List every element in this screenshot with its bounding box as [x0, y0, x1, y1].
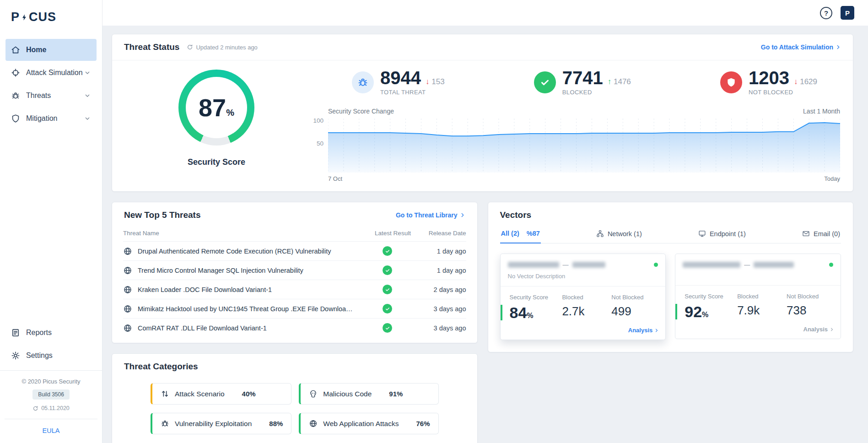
web-attack-icon	[123, 247, 132, 256]
question-mark-icon: ?	[824, 9, 828, 17]
card-title: New Top 5 Threats	[124, 210, 201, 220]
tab-endpoint[interactable]: Endpoint (1)	[697, 228, 747, 243]
threat-status-card: Threat Status Updated 2 minutes ago Go t…	[112, 34, 853, 192]
sidebar-item-label: Home	[26, 46, 46, 54]
check-circle-icon	[383, 285, 392, 294]
vector-card[interactable]: — Security Score	[675, 254, 841, 339]
malicious-code-icon	[123, 304, 132, 313]
avatar[interactable]: P	[841, 6, 854, 20]
not-blocked-value: 738	[787, 304, 836, 318]
refresh-icon	[187, 44, 193, 50]
chart-title: Security Score Change	[328, 108, 394, 115]
security-score-value: 87	[199, 93, 226, 122]
column-header-threat-name: Threat Name	[123, 230, 367, 237]
vector-card[interactable]: — No Vector Description Security Score	[500, 254, 666, 340]
tab-all[interactable]: All (2) %87	[500, 228, 541, 243]
chevron-down-icon[interactable]	[84, 115, 91, 122]
arrow-down-icon: ↓	[794, 77, 798, 86]
vector-stats: Security Score 92% Blocked 7.9k	[675, 286, 841, 323]
sidebar-item-settings[interactable]: Settings	[5, 345, 97, 367]
bug-icon	[352, 71, 374, 93]
tab-network[interactable]: Network (1)	[595, 228, 643, 243]
table-row[interactable]: Drupal Authenticated Remote Code Executi…	[123, 242, 466, 261]
release-date: 1 day ago	[419, 267, 466, 274]
sidebar-footer: © 2020 Picus Security Build 3506 05.11.2…	[0, 370, 102, 443]
picus-logo[interactable]: P CUS	[0, 0, 102, 32]
gear-icon	[11, 351, 20, 360]
go-to-attack-simulation-link[interactable]: Go to Attack Simulation	[761, 43, 841, 51]
security-score-chart: Security Score Change Last 1 Month 100 5…	[308, 108, 840, 182]
build-badge: Build 3506	[32, 389, 70, 400]
stat-not-blocked: 1203 ↓ 1629 NOT BLOCKED	[720, 69, 817, 96]
redacted-vector-name	[683, 262, 740, 268]
not-blocked-label: Not Blocked	[787, 293, 836, 300]
category-malicious-code[interactable]: Malicious Code 91%	[299, 383, 438, 405]
latest-result-cell	[362, 246, 413, 256]
table-row[interactable]: Mimikatz Hacktool used by UNC1945 Threat…	[123, 299, 466, 319]
chevron-down-icon[interactable]	[84, 92, 91, 99]
malicious-code-icon	[123, 285, 132, 294]
analysis-link[interactable]: Analysis	[628, 327, 659, 334]
table-row[interactable]: Kraken Loader .DOC File Download Variant…	[123, 280, 466, 299]
sidebar-item-label: Mitigation	[26, 114, 57, 123]
vectors-header: Vectors	[488, 202, 853, 228]
chevron-right-icon	[460, 212, 465, 218]
table-row[interactable]: Trend Micro Control Manager SQL Injectio…	[123, 261, 466, 280]
eula-link[interactable]: EULA	[43, 427, 60, 434]
tab-email[interactable]: Email (0)	[801, 228, 841, 243]
bug-icon	[11, 91, 20, 100]
vector-title: —	[675, 254, 841, 268]
copyright-text: © 2020 Picus Security	[5, 378, 97, 385]
skull-icon	[309, 389, 318, 398]
category-vulnerability-exploitation[interactable]: Vulnerability Exploitation 88%	[151, 413, 291, 434]
card-title: Vectors	[500, 210, 532, 220]
vectors-card: Vectors All (2) %87 Network (1)	[488, 202, 854, 352]
sidebar: P CUS Home Attack Simulation Threats Mit…	[0, 0, 102, 443]
help-button[interactable]: ?	[820, 7, 832, 19]
chevron-down-icon[interactable]	[84, 69, 91, 76]
vector-title: —	[501, 254, 666, 268]
release-date: 3 days ago	[419, 324, 466, 332]
column-header-release-date: Release Date	[419, 230, 466, 237]
refresh-icon	[32, 405, 38, 411]
top-threats-header: New Top 5 Threats Go to Threat Library	[112, 202, 477, 228]
security-score-value: 84%	[501, 305, 562, 320]
sidebar-item-threats[interactable]: Threats	[5, 85, 97, 107]
stat-label: NOT BLOCKED	[749, 89, 817, 96]
arrows-up-down-icon	[161, 389, 169, 398]
blocked-value: 2.7k	[562, 305, 611, 319]
logo-text-right: CUS	[29, 10, 56, 24]
vector-tabs: All (2) %87 Network (1) Endpoint (1)	[500, 228, 841, 243]
category-grid: Attack Scenario 40% Malicious Code 91% V…	[112, 379, 477, 443]
check-circle-icon	[383, 265, 392, 275]
threat-name: Mimikatz Hacktool used by UNC1945 Threat…	[138, 305, 356, 313]
sidebar-item-home[interactable]: Home	[5, 39, 97, 61]
shield-icon	[11, 114, 20, 123]
network-icon	[596, 230, 604, 238]
category-web-application-attacks[interactable]: Web Application Attacks 76%	[299, 413, 438, 434]
threat-categories-header: Threat Categories	[112, 354, 477, 379]
sidebar-item-mitigation[interactable]: Mitigation	[5, 108, 97, 130]
security-score-value: 92%	[675, 304, 737, 319]
area-chart	[328, 119, 840, 173]
table-row[interactable]: ComRAT RAT .DLL File Download Variant-1 …	[123, 319, 466, 337]
sidebar-item-attack-simulation[interactable]: Attack Simulation	[5, 62, 97, 84]
go-to-threat-library-link[interactable]: Go to Threat Library	[396, 211, 465, 219]
status-dot	[829, 263, 833, 267]
analysis-link[interactable]: Analysis	[803, 326, 834, 333]
sidebar-item-label: Threats	[26, 92, 51, 100]
security-score-donut: 87 %	[178, 70, 254, 146]
sidebar-item-reports[interactable]: Reports	[5, 322, 97, 344]
arrow-down-icon: ↓	[426, 77, 430, 86]
check-circle-icon	[383, 323, 392, 333]
check-circle-icon	[383, 304, 392, 313]
category-attack-scenario[interactable]: Attack Scenario 40%	[151, 383, 291, 405]
vector-stats: Security Score 84% Blocked 2.7k	[501, 286, 666, 324]
vector-name-separator: —	[744, 261, 750, 268]
threat-name: ComRAT RAT .DLL File Download Variant-1	[138, 324, 356, 332]
stat-value: 8944	[380, 69, 421, 87]
main-area: ? P Threat Status Updated 2 minutes ago …	[102, 0, 868, 443]
sidebar-item-label: Attack Simulation	[26, 69, 83, 77]
threats-table: Threat Name Latest Result Release Date D…	[112, 228, 477, 343]
stat-value: 1203	[749, 69, 789, 87]
